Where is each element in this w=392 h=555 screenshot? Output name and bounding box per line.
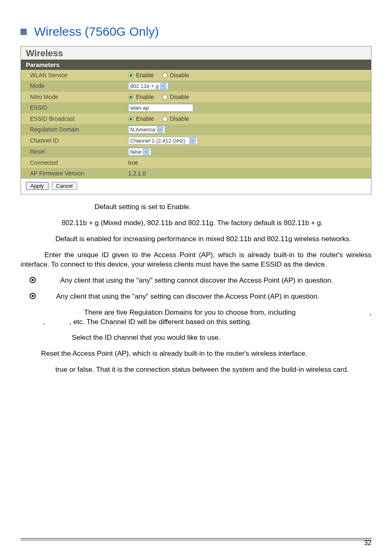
apply-button[interactable]: Apply <box>26 182 48 190</box>
page-footer: 32 <box>21 538 371 547</box>
desc-mode: 802.11b + g (Mixed mode), 802.11b and 80… <box>21 219 371 228</box>
nitro-enable-radio[interactable] <box>128 94 134 100</box>
section-title: Wireless (7560G Only) <box>34 25 159 39</box>
nitro-label: Nitro Mode <box>21 92 126 102</box>
footer-line <box>21 540 371 540</box>
page-number: 32 <box>364 539 371 546</box>
panel-title: Wireless <box>21 46 371 60</box>
desc-connected: true or false. That it is the connection… <box>55 366 349 373</box>
essid-bcast-label: ESSID Broadcast <box>21 113 126 124</box>
essid-bcast-disable-radio[interactable] <box>162 116 168 122</box>
essid-label: ESSID <box>21 102 126 113</box>
essid-bcast-enable-radio[interactable] <box>128 116 134 122</box>
wlan-enable-text: Enable <box>136 72 154 78</box>
chevron-down-icon <box>143 149 149 155</box>
regdom-label: Regulation Domain <box>21 124 126 135</box>
row-channel-id: Channel ID Channel 1 (2.412 GHz) <box>21 135 371 146</box>
nitro-enable-text: Enable <box>136 94 154 100</box>
essid-input[interactable]: wlan-ap <box>128 104 193 112</box>
section-header: Wireless (7560G Only) <box>21 25 371 39</box>
nitro-disable-radio[interactable] <box>162 94 168 100</box>
chevron-down-icon <box>160 83 166 89</box>
channel-select[interactable]: Channel 1 (2.412 GHz) <box>128 137 198 145</box>
wlan-disable-text: Disable <box>170 72 189 78</box>
channel-label: Channel ID <box>21 135 126 146</box>
essid-bcast-enable-text: Enable <box>136 115 154 122</box>
desc-disable-broadcast: Any client that using the "any" setting … <box>30 276 371 286</box>
reset-value: false <box>130 149 141 155</box>
description-text: Default setting is set to Enable. 802.11… <box>21 203 371 375</box>
row-reset: Reset false <box>21 146 371 157</box>
chevron-down-icon <box>189 138 196 144</box>
row-wlan-service: WLAN Service Enable Disable <box>21 70 371 81</box>
desc-enable-broadcast: Any client that using the "any" setting … <box>30 292 371 302</box>
mode-value: 802.11b + g <box>130 83 159 89</box>
row-nitro-mode: Nitro Mode Enable Disable <box>21 92 371 102</box>
row-mode: Mode 802.11b + g <box>21 81 371 92</box>
nitro-disable-text: Disable <box>170 94 189 100</box>
connected-value: true <box>128 159 138 166</box>
apfw-value: 1.2.1.0 <box>128 170 146 177</box>
desc-channel: Select the ID channel that you would lik… <box>72 334 221 341</box>
desc-nitro: Default is enabled for increasing perfor… <box>55 235 351 243</box>
chevron-down-icon <box>157 127 163 133</box>
desc-essid: Enter the unique ID given to the Access … <box>21 251 371 268</box>
channel-value: Channel 1 (2.412 GHz) <box>130 138 185 144</box>
row-essid-broadcast: ESSID Broadcast Enable Disable <box>21 113 371 124</box>
desc-reset: Reset the Access Point (AP), which is al… <box>41 350 307 357</box>
wlan-service-label: WLAN Service <box>21 70 126 81</box>
reset-select[interactable]: false <box>128 148 151 156</box>
regdom-select[interactable]: N.America <box>128 126 165 134</box>
button-row: Apply Cancel <box>21 179 371 194</box>
section-bullet-icon <box>21 29 27 35</box>
row-regulation-domain: Regulation Domain N.America <box>21 124 371 135</box>
wlan-enable-radio[interactable] <box>128 73 134 78</box>
wireless-settings-panel: Wireless Parameters WLAN Service Enable … <box>21 46 371 194</box>
cancel-button[interactable]: Cancel <box>52 182 77 190</box>
desc-wlan: Default setting is set to Enable. <box>21 203 371 212</box>
mode-select[interactable]: 802.11b + g <box>128 82 168 90</box>
regdom-value: N.America <box>130 127 155 133</box>
parameters-header: Parameters <box>21 60 371 70</box>
apfw-label: AP Firmware Version <box>21 168 126 179</box>
essid-bcast-disable-text: Disable <box>170 115 189 122</box>
reset-label: Reset <box>21 146 126 157</box>
row-essid: ESSID wlan-ap <box>21 102 371 113</box>
mode-label: Mode <box>21 81 126 92</box>
connected-label: Connected <box>21 157 126 168</box>
row-connected: Connected true <box>21 157 371 168</box>
radio-glyph-icon <box>30 293 36 299</box>
wlan-disable-radio[interactable] <box>162 73 168 78</box>
radio-glyph-icon <box>30 277 36 283</box>
desc-regdomain: There are five Regulation Domains for yo… <box>21 308 371 327</box>
row-ap-firmware: AP Firmware Version 1.2.1.0 <box>21 168 371 179</box>
